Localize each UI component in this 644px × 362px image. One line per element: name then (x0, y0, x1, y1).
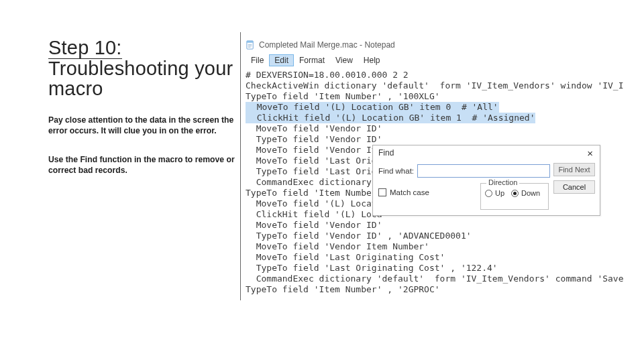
code-line: MoveTo field 'Vendor Item Number' (246, 241, 641, 252)
radio-up[interactable]: Up (485, 189, 504, 197)
menu-format[interactable]: Format (294, 54, 330, 66)
code-line: MoveTo field 'Vendor ID' (246, 220, 641, 231)
code-line: CheckActiveWin dictionary 'default' form… (246, 80, 641, 91)
cancel-button[interactable]: Cancel (553, 180, 595, 194)
code-line: MoveTo field '(L) Location GB' item 0 # … (246, 102, 641, 113)
radio-down[interactable]: Down (511, 189, 540, 197)
svg-rect-1 (247, 40, 253, 42)
direction-group: Direction Up Down (480, 183, 549, 210)
find-title-text: Find (378, 148, 394, 158)
slide-paragraph-2: Use the Find function in the macro to re… (48, 155, 235, 176)
menu-edit[interactable]: Edit (269, 54, 294, 66)
code-line: TypeTo field 'Last Originating Cost' , '… (246, 263, 641, 274)
code-line: MoveTo field 'Vendor ID' (246, 123, 641, 134)
code-line: TypeTo field 'Item Number' , '100XLG' (246, 91, 641, 102)
notepad-icon (246, 40, 256, 50)
notepad-title-text: Completed Mail Merge.mac - Notepad (259, 40, 395, 50)
direction-legend: Direction (486, 178, 519, 186)
find-titlebar: Find × (373, 145, 600, 160)
code-line: # DEXVERSION=18.00.0010.000 2 2 (246, 70, 641, 80)
menu-view[interactable]: View (330, 54, 358, 66)
menu-help[interactable]: Help (358, 54, 386, 66)
close-icon[interactable]: × (584, 148, 596, 158)
notepad-titlebar: Completed Mail Merge.mac - Notepad (246, 38, 641, 52)
code-line: TypeTo field 'Vendor ID' (246, 134, 641, 145)
slide-title-line3: macro (48, 78, 103, 99)
find-next-button[interactable]: Find Next (553, 163, 595, 176)
checkbox-icon (378, 188, 386, 196)
find-dialog: Find × Find what: Find Next Cancel Direc… (372, 145, 600, 216)
slide-title-line1: Step 10: (48, 37, 122, 59)
find-what-label: Find what: (378, 167, 417, 175)
code-line: MoveTo field 'Last Originating Cost' (246, 252, 641, 263)
slide-paragraph-1: Pay close attention to the data in the s… (48, 115, 235, 136)
match-case-checkbox[interactable]: Match case (378, 188, 429, 196)
slide-title-line2: Troubleshooting your (48, 58, 233, 79)
match-case-label: Match case (390, 188, 429, 196)
code-line: TypeTo field 'Vendor ID' , 'ADVANCED0001… (246, 231, 641, 241)
code-line: CommandExec dictionary 'default' form 'I… (246, 274, 641, 284)
notepad-menubar: File Edit Format View Help (246, 54, 641, 67)
vertical-divider (240, 32, 241, 300)
code-line: TypeTo field 'Item Number' , '2GPROC' (246, 284, 641, 295)
menu-file[interactable]: File (246, 54, 269, 66)
code-line: ClickHit field '(L) Location GB' item 1 … (246, 113, 641, 123)
slide-title: Step 10: Troubleshooting your macro (48, 38, 235, 99)
find-what-input[interactable] (417, 164, 550, 178)
